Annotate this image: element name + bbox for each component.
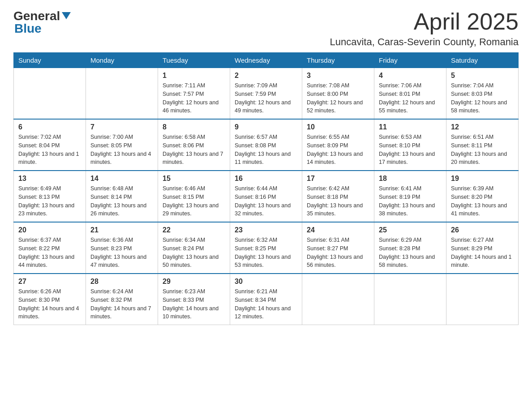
- month-title: April 2025: [330, 9, 519, 34]
- day-number: 7: [90, 123, 153, 131]
- calendar-cell: 9Sunrise: 6:57 AMSunset: 8:08 PMDaylight…: [230, 119, 302, 171]
- column-header-sunday: Sunday: [14, 53, 86, 68]
- day-info: Sunrise: 6:34 AMSunset: 8:24 PMDaylight:…: [163, 236, 225, 270]
- page-header: General Blue April 2025 Luncavita, Caras…: [13, 9, 519, 48]
- day-number: 1: [163, 72, 225, 80]
- day-info: Sunrise: 6:26 AMSunset: 8:30 PMDaylight:…: [18, 287, 81, 321]
- day-info: Sunrise: 6:36 AMSunset: 8:23 PMDaylight:…: [90, 236, 153, 270]
- day-info: Sunrise: 7:04 AMSunset: 8:03 PMDaylight:…: [451, 81, 514, 115]
- calendar-cell: 23Sunrise: 6:32 AMSunset: 8:25 PMDayligh…: [230, 222, 302, 274]
- calendar-cell: 21Sunrise: 6:36 AMSunset: 8:23 PMDayligh…: [86, 222, 158, 274]
- day-info: Sunrise: 7:06 AMSunset: 8:01 PMDaylight:…: [379, 81, 442, 115]
- title-section: April 2025 Luncavita, Caras-Severin Coun…: [330, 9, 519, 48]
- calendar-cell: 22Sunrise: 6:34 AMSunset: 8:24 PMDayligh…: [158, 222, 230, 274]
- calendar-cell: 6Sunrise: 7:02 AMSunset: 8:04 PMDaylight…: [14, 119, 86, 171]
- day-number: 28: [90, 278, 153, 286]
- calendar-week-1: 1Sunrise: 7:11 AMSunset: 7:57 PMDaylight…: [14, 68, 519, 120]
- logo: General Blue: [13, 9, 71, 36]
- calendar-table: SundayMondayTuesdayWednesdayThursdayFrid…: [13, 52, 519, 325]
- day-number: 26: [451, 226, 514, 234]
- day-info: Sunrise: 7:08 AMSunset: 8:00 PMDaylight:…: [307, 81, 369, 115]
- day-number: 5: [451, 72, 514, 80]
- day-info: Sunrise: 6:51 AMSunset: 8:11 PMDaylight:…: [451, 133, 514, 167]
- day-number: 20: [18, 226, 81, 234]
- day-info: Sunrise: 6:37 AMSunset: 8:22 PMDaylight:…: [18, 236, 81, 270]
- day-info: Sunrise: 6:23 AMSunset: 8:33 PMDaylight:…: [163, 287, 225, 321]
- calendar-cell: 30Sunrise: 6:21 AMSunset: 8:34 PMDayligh…: [230, 274, 302, 325]
- calendar-cell: 4Sunrise: 7:06 AMSunset: 8:01 PMDaylight…: [374, 68, 446, 120]
- day-info: Sunrise: 6:46 AMSunset: 8:15 PMDaylight:…: [163, 184, 225, 218]
- calendar-cell: 7Sunrise: 7:00 AMSunset: 8:05 PMDaylight…: [86, 119, 158, 171]
- day-number: 14: [90, 175, 153, 183]
- day-info: Sunrise: 6:27 AMSunset: 8:29 PMDaylight:…: [451, 236, 514, 270]
- day-info: Sunrise: 7:11 AMSunset: 7:57 PMDaylight:…: [163, 81, 225, 115]
- column-header-monday: Monday: [86, 53, 158, 68]
- day-number: 9: [235, 123, 297, 131]
- calendar-cell: 2Sunrise: 7:09 AMSunset: 7:59 PMDaylight…: [230, 68, 302, 120]
- day-number: 17: [307, 175, 369, 183]
- day-number: 22: [163, 226, 225, 234]
- logo-triangle-icon: [62, 12, 71, 21]
- calendar-cell: 14Sunrise: 6:48 AMSunset: 8:14 PMDayligh…: [86, 171, 158, 222]
- calendar-cell: [302, 274, 374, 325]
- calendar-cell: 10Sunrise: 6:55 AMSunset: 8:09 PMDayligh…: [302, 119, 374, 171]
- day-info: Sunrise: 6:32 AMSunset: 8:25 PMDaylight:…: [235, 236, 297, 270]
- calendar-cell: 17Sunrise: 6:42 AMSunset: 8:18 PMDayligh…: [302, 171, 374, 222]
- calendar-week-5: 27Sunrise: 6:26 AMSunset: 8:30 PMDayligh…: [14, 274, 519, 325]
- day-number: 13: [18, 175, 81, 183]
- calendar-header-row: SundayMondayTuesdayWednesdayThursdayFrid…: [14, 53, 519, 68]
- day-info: Sunrise: 7:02 AMSunset: 8:04 PMDaylight:…: [18, 133, 81, 167]
- day-number: 21: [90, 226, 153, 234]
- location-title: Luncavita, Caras-Severin County, Romania: [330, 36, 519, 48]
- calendar-cell: 11Sunrise: 6:53 AMSunset: 8:10 PMDayligh…: [374, 119, 446, 171]
- calendar-cell: [14, 68, 86, 120]
- calendar-cell: 19Sunrise: 6:39 AMSunset: 8:20 PMDayligh…: [446, 171, 519, 222]
- column-header-wednesday: Wednesday: [230, 53, 302, 68]
- day-info: Sunrise: 6:55 AMSunset: 8:09 PMDaylight:…: [307, 133, 369, 167]
- day-number: 18: [379, 175, 442, 183]
- day-info: Sunrise: 6:41 AMSunset: 8:19 PMDaylight:…: [379, 184, 442, 218]
- day-info: Sunrise: 6:48 AMSunset: 8:14 PMDaylight:…: [90, 184, 153, 218]
- column-header-tuesday: Tuesday: [158, 53, 230, 68]
- day-info: Sunrise: 6:39 AMSunset: 8:20 PMDaylight:…: [451, 184, 514, 218]
- day-number: 15: [163, 175, 225, 183]
- calendar-cell: 15Sunrise: 6:46 AMSunset: 8:15 PMDayligh…: [158, 171, 230, 222]
- calendar-cell: [374, 274, 446, 325]
- calendar-cell: 3Sunrise: 7:08 AMSunset: 8:00 PMDaylight…: [302, 68, 374, 120]
- day-number: 2: [235, 72, 297, 80]
- calendar-cell: 1Sunrise: 7:11 AMSunset: 7:57 PMDaylight…: [158, 68, 230, 120]
- calendar-week-4: 20Sunrise: 6:37 AMSunset: 8:22 PMDayligh…: [14, 222, 519, 274]
- calendar-cell: 24Sunrise: 6:31 AMSunset: 8:27 PMDayligh…: [302, 222, 374, 274]
- calendar-cell: 18Sunrise: 6:41 AMSunset: 8:19 PMDayligh…: [374, 171, 446, 222]
- day-info: Sunrise: 6:31 AMSunset: 8:27 PMDaylight:…: [307, 236, 369, 270]
- day-info: Sunrise: 6:21 AMSunset: 8:34 PMDaylight:…: [235, 287, 297, 321]
- day-info: Sunrise: 6:42 AMSunset: 8:18 PMDaylight:…: [307, 184, 369, 218]
- calendar-cell: 29Sunrise: 6:23 AMSunset: 8:33 PMDayligh…: [158, 274, 230, 325]
- day-info: Sunrise: 6:49 AMSunset: 8:13 PMDaylight:…: [18, 184, 81, 218]
- day-info: Sunrise: 6:57 AMSunset: 8:08 PMDaylight:…: [235, 133, 297, 167]
- day-number: 10: [307, 123, 369, 131]
- day-number: 16: [235, 175, 297, 183]
- day-number: 29: [163, 278, 225, 286]
- calendar-cell: 13Sunrise: 6:49 AMSunset: 8:13 PMDayligh…: [14, 171, 86, 222]
- calendar-cell: 20Sunrise: 6:37 AMSunset: 8:22 PMDayligh…: [14, 222, 86, 274]
- calendar-cell: [86, 68, 158, 120]
- calendar-cell: 28Sunrise: 6:24 AMSunset: 8:32 PMDayligh…: [86, 274, 158, 325]
- logo-blue-text: Blue: [14, 21, 71, 36]
- calendar-cell: 12Sunrise: 6:51 AMSunset: 8:11 PMDayligh…: [446, 119, 519, 171]
- day-number: 25: [379, 226, 442, 234]
- svg-marker-0: [62, 12, 71, 19]
- day-info: Sunrise: 6:58 AMSunset: 8:06 PMDaylight:…: [163, 133, 225, 167]
- day-info: Sunrise: 7:09 AMSunset: 7:59 PMDaylight:…: [235, 81, 297, 115]
- calendar-cell: 5Sunrise: 7:04 AMSunset: 8:03 PMDaylight…: [446, 68, 519, 120]
- column-header-friday: Friday: [374, 53, 446, 68]
- calendar-cell: 16Sunrise: 6:44 AMSunset: 8:16 PMDayligh…: [230, 171, 302, 222]
- day-number: 3: [307, 72, 369, 80]
- day-info: Sunrise: 6:29 AMSunset: 8:28 PMDaylight:…: [379, 236, 442, 270]
- day-number: 6: [18, 123, 81, 131]
- day-number: 30: [235, 278, 297, 286]
- day-info: Sunrise: 6:44 AMSunset: 8:16 PMDaylight:…: [235, 184, 297, 218]
- calendar-cell: [446, 274, 519, 325]
- calendar-week-3: 13Sunrise: 6:49 AMSunset: 8:13 PMDayligh…: [14, 171, 519, 222]
- day-number: 8: [163, 123, 225, 131]
